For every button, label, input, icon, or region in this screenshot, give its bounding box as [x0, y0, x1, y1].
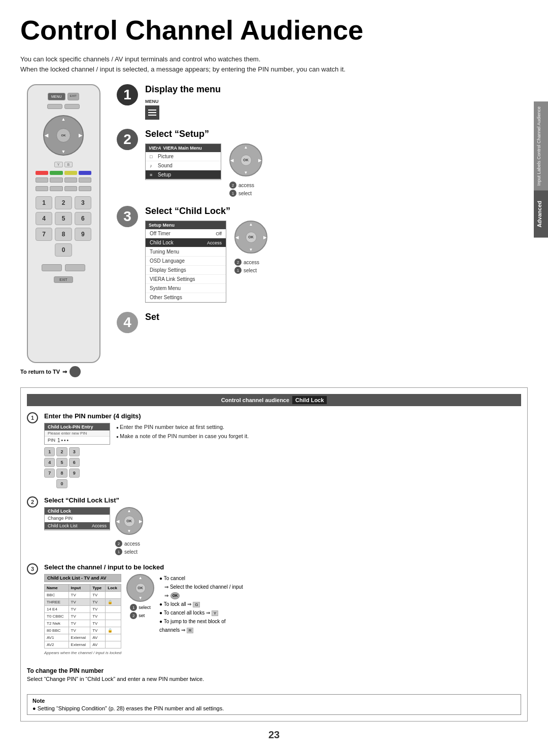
small-btn-2[interactable] [50, 177, 62, 183]
small-btn-8[interactable] [79, 186, 91, 191]
ok-dpad-up-step3[interactable]: ▲ [249, 222, 253, 227]
num-4[interactable]: 4 [36, 212, 52, 225]
ok-dpad-up-lower-2[interactable]: ▲ [127, 509, 131, 513]
exit-button-remote-top[interactable]: EXIT [67, 93, 79, 100]
pin-entry-box: Child Lock-PIN Entry Please enter new PI… [44, 423, 110, 445]
exit-button-remote-bottom[interactable]: EXIT [54, 276, 73, 283]
lower-num-4[interactable]: 4 [44, 458, 55, 467]
lower-steps: 1 Enter the PIN number (4 digits) Child … [27, 412, 521, 715]
table-row[interactable]: THREETVTV🔒 [45, 599, 121, 606]
th-type: Type [90, 585, 106, 592]
ok-dpad-right[interactable]: ▶ [258, 158, 261, 162]
num-5[interactable]: 5 [55, 212, 72, 225]
pin-box-header: Child Lock-PIN Entry [45, 423, 110, 430]
num-2[interactable]: 2 [55, 196, 72, 209]
bullet-ok-row: ⇒ OK [159, 591, 243, 600]
bottom-btn-1[interactable] [42, 264, 62, 271]
step1-bullet-list: Enter the PIN number twice at first sett… [116, 423, 249, 441]
menu-icon-bar-3 [148, 115, 156, 116]
note-box: Note ● Setting “Shipping Condition” (p. … [27, 694, 521, 715]
lower-num-9[interactable]: 9 [69, 469, 80, 478]
child-lock-table: Name Input Type Lock BBCTVTVTHREETVTV🔒14… [44, 584, 121, 649]
b-btn[interactable]: B [64, 162, 73, 167]
th-lock: Lock [106, 585, 121, 592]
ok-dpad-left-step3[interactable]: ◀ [235, 235, 238, 239]
small-btn-6[interactable] [50, 186, 62, 191]
small-btn-1[interactable] [36, 177, 48, 183]
lower-num-2[interactable]: 2 [56, 447, 67, 456]
num-9[interactable]: 9 [75, 228, 91, 241]
lower-num-7[interactable]: 7 [44, 469, 55, 478]
ok-btn-lower-3[interactable]: OK [135, 583, 146, 593]
num-8[interactable]: 8 [55, 228, 72, 241]
num-1[interactable]: 1 [36, 196, 52, 209]
lower-section: Control channel audience Child Lock 1 En… [20, 387, 528, 722]
step3-select-label: 1 select [130, 604, 151, 611]
y-btn[interactable]: Y [54, 162, 63, 167]
menu-button-remote[interactable]: MENU [48, 93, 65, 100]
ok-down-lower-3[interactable]: ▼ [139, 596, 143, 600]
pin-dots: 1••• [57, 438, 70, 443]
ok-dpad-left[interactable]: ◀ [230, 158, 233, 162]
return-circle-btn[interactable] [70, 366, 81, 377]
ok-button-remote[interactable]: OK [56, 128, 71, 142]
table-row[interactable]: AV1ExternalAV [45, 634, 121, 641]
change-pin-desc: Select “Change PIN” in “Child Lock” and … [27, 676, 521, 682]
ok-dpad-lower-step3: ▲ ▼ OK [126, 574, 154, 602]
ok-dpad-right-step3[interactable]: ▶ [263, 235, 266, 239]
green-btn[interactable] [50, 171, 62, 175]
num-3[interactable]: 3 [75, 196, 91, 209]
ok-up-lower-3[interactable]: ▲ [139, 575, 143, 580]
ok-inline[interactable]: OK [170, 592, 180, 599]
ok-dpad-up[interactable]: ▲ [244, 145, 248, 150]
small-btn-7[interactable] [64, 186, 77, 191]
small-btn-3[interactable] [64, 177, 77, 183]
cl-table-header: Child Lock List - TV and AV [44, 574, 121, 582]
step-4-block: 4 Set [117, 312, 528, 333]
ok-dpad-down-step3[interactable]: ▼ [249, 247, 253, 252]
ok-button-step3[interactable]: OK [246, 232, 257, 243]
step3-select-set: 1 select 2 set [130, 604, 151, 619]
small-btn-5[interactable] [36, 186, 48, 191]
ok-dpad-down[interactable]: ▼ [244, 170, 248, 175]
menu-icon-bar-2 [148, 112, 156, 113]
access-lower-2: 2 access [115, 540, 140, 547]
lower-num-3[interactable]: 3 [69, 447, 80, 456]
dpad-left[interactable]: ◀ [45, 133, 48, 138]
small-btn-4[interactable] [79, 177, 91, 183]
ok-dpad-left-lower-2[interactable]: ◀ [116, 519, 119, 523]
table-row[interactable]: AV2ExternalAV [45, 641, 121, 649]
dpad-up[interactable]: ▲ [61, 117, 66, 122]
note-bullet: ● [32, 705, 38, 711]
access-num-step3: 2 [234, 259, 242, 266]
ok-dpad-down-lower-2[interactable]: ▼ [127, 529, 131, 533]
lower-num-6[interactable]: 6 [69, 458, 80, 467]
dpad-down[interactable]: ▼ [61, 149, 66, 154]
lower-step-1-content: Enter the PIN number (4 digits) Child Lo… [44, 412, 521, 488]
num-6[interactable]: 6 [75, 212, 91, 225]
red-btn[interactable] [36, 171, 48, 175]
table-row[interactable]: T2 NwkTVTV [45, 620, 121, 627]
menu-item-picture: □ Picture [146, 152, 221, 161]
channel-table-area: Child Lock List - TV and AV Name Input T… [44, 574, 121, 655]
lower-num-0[interactable]: 0 [56, 479, 67, 488]
ok-dpad-right-lower-2[interactable]: ▶ [139, 519, 142, 523]
lower-num-1[interactable]: 1 [44, 447, 55, 456]
ok-button-step2[interactable]: OK [241, 155, 252, 166]
table-row[interactable]: 14 E4TVTV [45, 606, 121, 613]
table-row[interactable]: BBCTVTV [45, 592, 121, 599]
lower-num-8[interactable]: 8 [56, 469, 67, 478]
dpad-right[interactable]: ▶ [79, 133, 82, 138]
num-7[interactable]: 7 [36, 228, 52, 241]
access-select-lower-2: 2 access 1 select [115, 540, 140, 555]
blue-btn[interactable] [79, 171, 91, 175]
table-row[interactable]: 80 BBCTVTV🔒 [45, 627, 121, 634]
yellow-btn[interactable] [64, 171, 77, 175]
num-0[interactable]: 0 [55, 243, 72, 257]
change-pin-section: To change the PIN number Select “Change … [27, 667, 521, 682]
bottom-btn-2[interactable] [65, 264, 85, 271]
lower-num-5[interactable]: 5 [56, 458, 67, 467]
upper-section: MENU EXIT ▲ ▼ ◀ ▶ OK [20, 84, 528, 377]
table-row[interactable]: T0 CBBCTVTV [45, 613, 121, 620]
ok-btn-lower-2[interactable]: OK [124, 516, 135, 527]
